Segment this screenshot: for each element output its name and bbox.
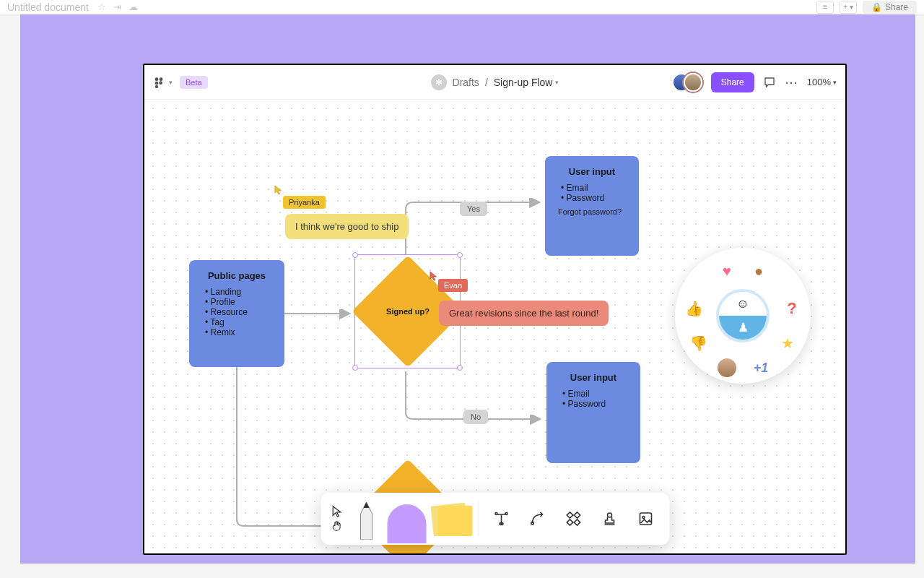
reaction-wheel[interactable]: ♥ ● 👍 ? 👎 ★ +1 ☺ ♟ xyxy=(675,248,811,384)
face-avatar-icon[interactable] xyxy=(717,358,737,378)
selection-handle[interactable] xyxy=(457,365,463,371)
hand-tool-icon[interactable] xyxy=(331,519,344,532)
shape-title: User input xyxy=(558,372,629,383)
toolbar-divider xyxy=(478,501,479,536)
svg-point-8 xyxy=(505,513,507,515)
sticky-note-tool[interactable] xyxy=(430,498,472,540)
shape-user-input-2[interactable]: User input Email Password xyxy=(546,362,640,463)
mode-icon[interactable]: ≡ xyxy=(816,1,834,14)
more-icon[interactable]: ⋯ xyxy=(785,74,798,90)
cursor-label-evan: Evan xyxy=(438,279,468,292)
figjam-window: ▾ Beta ✱ Drafts / Sign-up Flow ▾ Share ⋯ xyxy=(143,64,847,555)
star-icon[interactable]: ☆ xyxy=(97,1,106,12)
shape-title: Public pages xyxy=(201,270,273,281)
thumbs-up-icon[interactable]: 👍 xyxy=(684,298,704,319)
question-icon[interactable]: ? xyxy=(782,298,802,319)
avatar[interactable] xyxy=(684,73,702,92)
outer-share-button[interactable]: 🔒 Share xyxy=(863,1,917,14)
outer-toolbar: Untitled document ☆ ⇥ ☁ ≡ + ▾ 🔒 Share xyxy=(0,0,924,14)
share-button[interactable]: Share xyxy=(711,72,754,92)
breadcrumb[interactable]: ✱ Drafts / Sign-up Flow ▾ xyxy=(431,74,559,90)
marker-tool[interactable] xyxy=(349,498,383,540)
cursor-label-priyanka: Priyanka xyxy=(283,196,326,209)
shape-list: Landing Profile Resource Tag Remix xyxy=(201,287,273,337)
insert-icon[interactable]: + ▾ xyxy=(840,1,857,14)
connector-tool[interactable] xyxy=(520,498,554,540)
beta-badge: Beta xyxy=(180,76,208,89)
figjam-toolbar xyxy=(321,493,669,545)
smiley-icon[interactable]: ☺ xyxy=(719,292,767,316)
reaction-wheel-center[interactable]: ☺ ♟ xyxy=(716,289,770,342)
stamp-icon[interactable]: ♟ xyxy=(719,316,767,340)
selection-handle[interactable] xyxy=(352,365,358,371)
svg-rect-12 xyxy=(567,512,572,518)
stamp-tool[interactable] xyxy=(593,498,626,540)
comment-priyanka[interactable]: I think we're good to ship xyxy=(285,214,409,239)
connector-label-no[interactable]: No xyxy=(463,410,488,424)
image-tool[interactable] xyxy=(629,498,662,540)
comment-evan[interactable]: Great revisions since the last round! xyxy=(439,301,609,326)
svg-rect-1 xyxy=(160,77,163,81)
shape-list: Email Password xyxy=(558,389,629,409)
select-tool-icon[interactable] xyxy=(331,505,344,518)
shape-list: Email Password xyxy=(557,183,627,203)
zoom-control[interactable]: 100% ▾ xyxy=(807,77,837,87)
cloud-icon[interactable]: ☁ xyxy=(128,1,138,12)
breadcrumb-parent[interactable]: Drafts xyxy=(453,77,479,88)
svg-point-3 xyxy=(159,81,162,85)
chevron-down-icon[interactable]: ▾ xyxy=(169,79,173,86)
plus-one-icon[interactable]: +1 xyxy=(751,358,771,378)
shape-user-input-1[interactable]: User input Email Password Forgot passwor… xyxy=(545,156,639,256)
widgets-tool[interactable] xyxy=(557,498,590,540)
svg-point-7 xyxy=(495,513,497,515)
svg-point-16 xyxy=(607,513,611,517)
shape-title: User input xyxy=(557,166,627,177)
svg-marker-6 xyxy=(363,502,369,508)
lock-icon: 🔒 xyxy=(871,2,882,12)
svg-rect-15 xyxy=(574,519,580,525)
svg-rect-2 xyxy=(155,81,159,85)
svg-rect-0 xyxy=(155,77,159,81)
team-icon: ✱ xyxy=(431,74,447,90)
shape-tool[interactable] xyxy=(385,498,427,540)
figjam-canvas[interactable]: Public pages Landing Profile Resource Ta… xyxy=(144,100,845,553)
outer-doc-title[interactable]: Untitled document xyxy=(7,1,89,13)
cookie-icon[interactable]: ● xyxy=(749,261,769,281)
selection-handle[interactable] xyxy=(457,252,463,258)
star-icon[interactable]: ★ xyxy=(777,333,798,353)
text-tool[interactable] xyxy=(484,498,518,540)
purple-stage: ▾ Beta ✱ Drafts / Sign-up Flow ▾ Share ⋯ xyxy=(20,14,915,564)
breadcrumb-current[interactable]: Sign-up Flow xyxy=(494,77,553,88)
chevron-down-icon[interactable]: ▾ xyxy=(555,79,559,86)
forgot-password-text: Forgot password? xyxy=(557,207,627,216)
connector-label-yes[interactable]: Yes xyxy=(460,202,487,216)
heart-icon[interactable]: ♥ xyxy=(717,261,737,281)
svg-point-18 xyxy=(642,517,645,519)
shape-public-pages[interactable]: Public pages Landing Profile Resource Ta… xyxy=(189,260,284,367)
svg-rect-13 xyxy=(574,512,580,518)
move-folder-icon[interactable]: ⇥ xyxy=(113,1,121,12)
cursor-icon xyxy=(274,185,284,195)
figjam-topbar: ▾ Beta ✱ Drafts / Sign-up Flow ▾ Share ⋯ xyxy=(144,65,845,100)
svg-rect-14 xyxy=(567,519,572,525)
thumbs-down-icon[interactable]: 👎 xyxy=(688,333,708,353)
chat-icon[interactable] xyxy=(763,76,776,89)
chevron-down-icon: ▾ xyxy=(833,79,837,86)
selection-handle[interactable] xyxy=(352,252,358,258)
svg-rect-4 xyxy=(155,85,159,88)
figma-logo-icon[interactable] xyxy=(153,77,165,88)
